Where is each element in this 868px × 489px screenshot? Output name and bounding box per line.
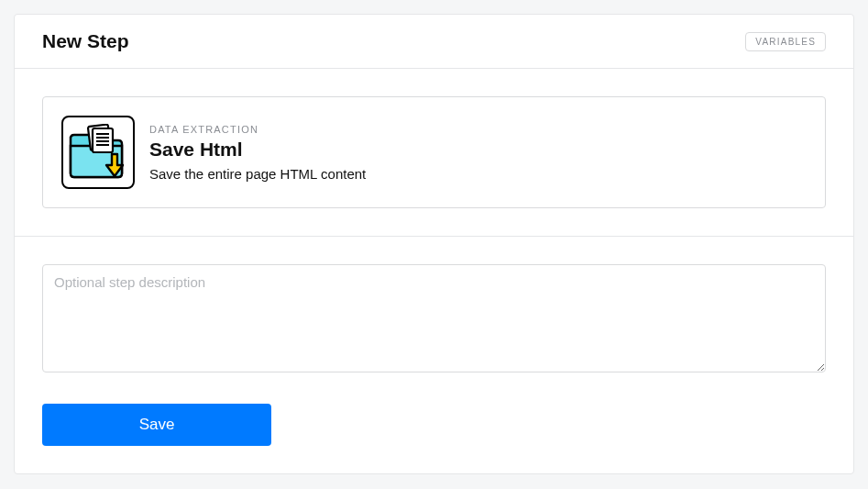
new-step-panel: New Step VARIABLES (14, 14, 854, 474)
svg-rect-4 (93, 128, 113, 152)
form-section: Save (15, 237, 853, 473)
step-description: Save the entire page HTML content (149, 166, 366, 182)
panel-header: New Step VARIABLES (15, 15, 853, 69)
step-category: DATA EXTRACTION (149, 124, 366, 135)
page-title: New Step (42, 30, 129, 52)
variables-button[interactable]: VARIABLES (745, 32, 826, 51)
step-info: DATA EXTRACTION Save Html Save the entir… (149, 124, 366, 182)
save-html-folder-icon (61, 116, 135, 189)
step-title: Save Html (149, 139, 366, 161)
step-card: DATA EXTRACTION Save Html Save the entir… (42, 96, 826, 208)
description-input[interactable] (42, 264, 826, 372)
step-card-section: DATA EXTRACTION Save Html Save the entir… (15, 69, 853, 237)
save-button[interactable]: Save (42, 404, 271, 446)
